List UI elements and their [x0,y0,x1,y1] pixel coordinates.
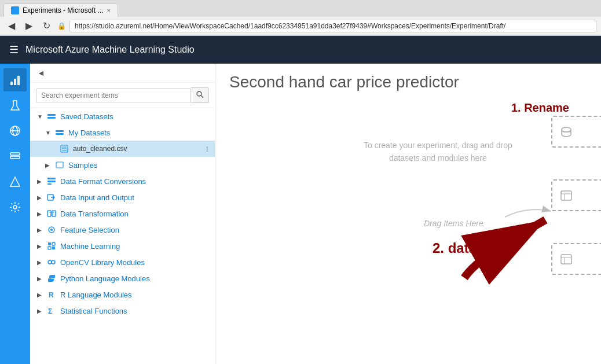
expand-feature-selection[interactable]: ▶ [37,227,43,233]
sidebar-item-experiments[interactable] [3,68,27,91]
my-datasets-label: My Datasets [68,128,110,137]
svg-rect-44 [561,255,571,264]
samples-icon [54,160,65,170]
module-box-3-icon [559,252,573,266]
tree-item-samples[interactable]: ▶ Samples [30,157,215,173]
tree-item-machine-learning[interactable]: ▶ Machine Learning [30,238,215,254]
module-box-1-icon [559,125,573,139]
settings-icon [9,201,21,214]
svg-point-9 [13,205,17,209]
back-btn[interactable]: ◀ [5,19,19,32]
sidebar-item-settings[interactable] [3,196,27,219]
svg-rect-7 [10,156,20,159]
tree-item-auto-cleaned[interactable]: auto_cleaned.csv | [30,141,215,157]
module-box-1[interactable] [551,116,601,148]
svg-rect-14 [56,130,64,132]
datasets-icon [46,111,57,122]
svg-rect-27 [52,211,56,216]
expand-saved-datasets[interactable]: ▼ [37,113,43,120]
expand-data-input[interactable]: ▶ [37,194,43,201]
expand-r-language[interactable]: ▶ [37,292,43,298]
machine-learning-label: Machine Learning [60,242,120,251]
experiments-icon [9,73,21,86]
svg-rect-23 [47,183,52,185]
sidebar-item-models[interactable] [3,170,27,193]
tree-item-my-datasets[interactable]: ▼ My Datasets [30,124,215,141]
expand-data-transform[interactable]: ▶ [37,211,43,217]
module-box-2[interactable] [551,179,601,211]
panel-header: ◄ [30,64,215,83]
module-panel: ◄ ▼ [30,64,215,364]
svg-text:Σ: Σ [48,307,52,315]
canvas-area[interactable]: Second hand car price predictor To creat… [215,64,601,364]
svg-rect-12 [47,114,56,116]
tree-item-python[interactable]: ▶ Python Language Modules [30,270,215,286]
feature-selection-label: Feature Selection [60,226,119,234]
app-header: ☰ Microsoft Azure Machine Learning Studi… [0,36,601,64]
expand-my-datasets[interactable]: ▼ [45,130,51,136]
refresh-btn[interactable]: ↻ [39,19,54,32]
statistical-icon: Σ [46,306,57,316]
app: ☰ Microsoft Azure Machine Learning Studi… [0,36,601,364]
data-input-label: Data Input and Output [60,193,134,202]
tree-item-opencv[interactable]: ▶ OpenCV Library Modules [30,254,215,270]
sidebar-item-datasets[interactable] [3,145,27,168]
svg-rect-13 [47,117,56,119]
canvas-hint-line2: datasets and modules here [389,153,487,163]
rename-annotation: 1. Rename [511,101,569,115]
expand-data-format[interactable]: ▶ [37,178,43,185]
svg-rect-1 [14,79,16,85]
module-box-3[interactable] [551,243,601,275]
tree-item-data-transform[interactable]: ▶ Data Transformation [30,205,215,222]
data-transform-label: Data Transformation [60,209,129,218]
expand-python[interactable]: ▶ [37,275,43,282]
file-actions: | [206,146,208,152]
csv-file-icon [59,144,69,154]
svg-rect-41 [561,191,571,200]
globe-icon [9,124,21,137]
tree-item-statistical[interactable]: ▶ Σ Statistical Functions [30,303,215,319]
tree-item-data-input[interactable]: ▶ Data Input and Output [30,189,215,205]
tab-favicon [11,6,19,14]
tab-title: Experiments - Microsoft ... [23,6,103,14]
search-box [30,83,215,108]
tree-item-feature-selection[interactable]: ▶ Feature Selection [30,222,215,238]
sidebar-item-flask[interactable] [3,94,27,117]
expand-statistical[interactable]: ▶ [37,308,43,314]
nav-bar: ◀ ▶ ↻ 🔒 [0,17,601,35]
experiment-title[interactable]: Second hand car price predictor [215,64,601,96]
search-icon [196,90,204,98]
forward-btn[interactable]: ▶ [22,19,36,32]
tree-item-data-format[interactable]: ▶ Data Format Conversions [30,173,215,189]
dataset-annotation: 2. dataset [433,240,497,256]
saved-datasets-label: Saved Datasets [60,112,113,121]
svg-line-11 [201,95,203,98]
svg-rect-31 [48,242,51,245]
search-input[interactable] [36,89,191,102]
hamburger-btn[interactable]: ☰ [9,43,19,56]
tree-item-r-language[interactable]: ▶ R R Language Modules [30,286,215,303]
search-button[interactable] [191,87,209,103]
svg-marker-8 [10,177,20,186]
data-format-icon [46,176,57,186]
svg-rect-2 [17,76,20,85]
expand-machine-learning[interactable]: ▶ [37,243,43,249]
opencv-icon [46,257,57,267]
icon-sidebar [0,64,30,364]
active-tab[interactable]: Experiments - Microsoft ... × [3,3,118,17]
file-action-more[interactable]: | [206,146,208,152]
opencv-label: OpenCV Library Modules [60,258,145,267]
expand-opencv[interactable]: ▶ [37,259,43,266]
tab-close-btn[interactable]: × [107,7,110,14]
collapse-panel-btn[interactable]: ◄ [37,68,45,78]
statistical-label: Statistical Functions [60,307,127,315]
svg-rect-15 [56,133,64,135]
sidebar-item-globe[interactable] [3,119,27,142]
expand-samples[interactable]: ▶ [45,162,51,168]
app-body: ◄ ▼ [0,64,601,364]
address-bar[interactable] [69,20,596,32]
tree-item-saved-datasets[interactable]: ▼ Saved Datasets [30,108,215,124]
module-box-2-icon [559,189,573,203]
browser-chrome: Experiments - Microsoft ... × ◀ ▶ ↻ 🔒 [0,0,601,36]
panel-tree: ▼ Saved Datasets ▼ [30,108,215,364]
